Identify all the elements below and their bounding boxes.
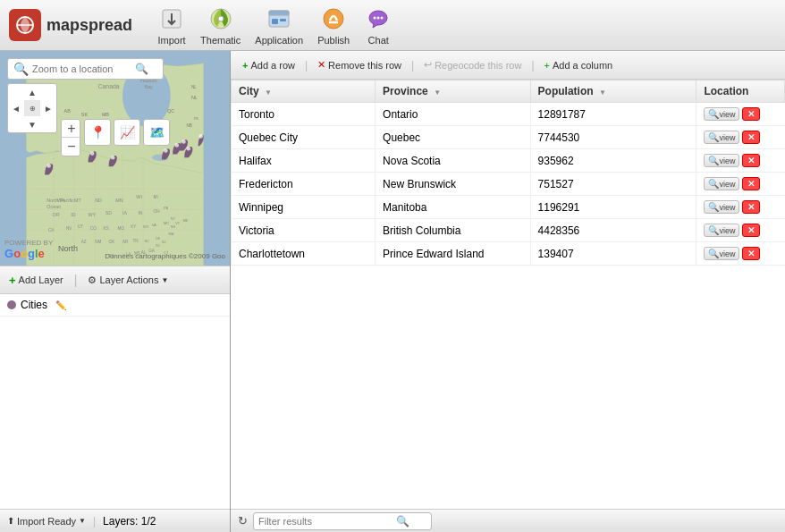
regeocode-button[interactable]: ↩ Regeocode this row [419, 57, 526, 72]
table-row[interactable]: CharlottetownPrince Edward Island139407🔍… [232, 242, 785, 266]
zoom-in-button[interactable]: + [62, 120, 81, 138]
zoom-search-bar[interactable]: 🔍 🔍 [7, 58, 164, 80]
google-g2: g [28, 247, 35, 260]
svg-text:NJ: NJ [162, 241, 166, 244]
table-row[interactable]: FrederictonNew Brunswick751527🔍view✕ [232, 173, 785, 196]
nav-down-button[interactable]: ▼ [24, 116, 40, 132]
svg-text:ME: ME [183, 219, 189, 223]
layers-list: Cities ✏️ [0, 294, 230, 509]
col-header-location: Location [696, 80, 785, 103]
layer-actions-label: Layer Actions [99, 274, 158, 285]
cell-location[interactable]: 🔍view✕ [696, 126, 785, 149]
cell-location[interactable]: 🔍view✕ [696, 149, 785, 173]
google-e: e [38, 247, 45, 260]
zoom-search-button[interactable]: 🔍 [135, 63, 148, 75]
thematic-button[interactable]: Thematic [200, 4, 241, 46]
svg-text:OR: OR [53, 212, 60, 217]
add-column-button[interactable]: + Add a column [540, 58, 618, 72]
table-row[interactable]: Quebec CityQuebec7744530🔍view✕ [232, 126, 785, 149]
svg-text:OH: OH [154, 209, 160, 214]
nav-recenter-button[interactable]: ⊕ [24, 100, 40, 116]
cell-location[interactable]: 🔍view✕ [696, 219, 785, 242]
nav-up-button[interactable]: ▲ [24, 84, 40, 100]
application-button[interactable]: Application [255, 4, 303, 46]
cell-location[interactable]: 🔍view✕ [696, 196, 785, 219]
col-header-population[interactable]: Population ▼ [530, 80, 696, 103]
delete-row-button[interactable]: ✕ [742, 154, 760, 167]
cell-location[interactable]: 🔍view✕ [696, 242, 785, 266]
cell-location[interactable]: 🔍view✕ [696, 103, 785, 126]
delete-row-button[interactable]: ✕ [742, 177, 760, 190]
add-layer-button[interactable]: + Add Layer [5, 272, 67, 289]
add-layer-label: Add Layer [19, 274, 63, 285]
svg-text:NC: NC [145, 240, 150, 243]
map-nav-pad: ▲ ◄ ⊕ ► ▼ [7, 83, 57, 133]
view-location-button[interactable]: 🔍view [704, 154, 739, 167]
layer-actions-button[interactable]: ⚙ Layer Actions ▼ [84, 273, 172, 288]
layer-edit-icon[interactable]: ✏️ [55, 300, 66, 310]
logo: mapspread [9, 9, 132, 41]
google-logo: G o o g l e [4, 247, 53, 260]
thematic-label: Thematic [200, 35, 241, 46]
col-header-province[interactable]: Province ▼ [376, 80, 530, 103]
delete-row-button[interactable]: ✕ [742, 131, 760, 144]
layer-item-cities[interactable]: Cities ✏️ [0, 294, 230, 317]
view-location-button[interactable]: 🔍view [704, 247, 739, 260]
cell-province: Prince Edward Island [376, 242, 530, 266]
filter-input[interactable] [258, 516, 392, 527]
svg-text:Ocean: Ocean [46, 204, 61, 209]
svg-text:MT: MT [74, 198, 81, 203]
data-table-container[interactable]: City ▼ Province ▼ Population ▼ [231, 80, 785, 509]
map-type-heat-button[interactable]: 🗺️ [143, 119, 170, 146]
publish-label: Publish [317, 35, 350, 46]
logo-text: mapspread [46, 16, 132, 35]
svg-text:NB: NB [187, 123, 192, 128]
svg-text:MO: MO [118, 226, 125, 231]
cell-location[interactable]: 🔍view✕ [696, 173, 785, 196]
map-type-chart-button[interactable]: 📈 [114, 119, 140, 146]
main-body: Canada Hudson Bay North Pacific Ocean BC… [0, 51, 785, 532]
delete-row-button[interactable]: ✕ [742, 247, 760, 260]
filter-input-container[interactable]: 🔍 [253, 512, 432, 530]
layer-toolbar: + Add Layer | ⚙ Layer Actions ▼ [0, 266, 230, 294]
import-button[interactable]: Import [157, 4, 186, 46]
view-location-button[interactable]: 🔍view [704, 200, 739, 214]
svg-point-90 [164, 148, 168, 153]
remove-row-button[interactable]: ✕ Remove this row [313, 57, 406, 72]
delete-row-button[interactable]: ✕ [742, 200, 760, 214]
chat-button[interactable]: Chat [364, 4, 392, 46]
map-container[interactable]: Canada Hudson Bay North Pacific Ocean BC… [0, 51, 230, 266]
svg-text:AZ: AZ [81, 240, 87, 244]
table-row[interactable]: HalifaxNova Scotia935962🔍view✕ [232, 149, 785, 173]
nav-right-button[interactable]: ► [40, 100, 56, 116]
delete-row-button[interactable]: ✕ [742, 107, 760, 121]
nav-left-button[interactable]: ◄ [8, 100, 24, 116]
cell-city: Quebec City [232, 126, 376, 149]
filter-search-icon: 🔍 [396, 515, 409, 528]
col-header-city[interactable]: City ▼ [232, 80, 376, 103]
table-row[interactable]: TorontoOntario12891787🔍view✕ [232, 103, 785, 126]
zoom-out-button[interactable]: − [62, 138, 81, 156]
import-ready-button[interactable]: ⬆ Import Ready ▼ [7, 516, 86, 527]
view-location-button[interactable]: 🔍view [704, 131, 739, 144]
svg-point-88 [90, 151, 95, 156]
table-toolbar: + Add a row | ✕ Remove this row | ↩ Rege… [231, 51, 785, 80]
view-location-button[interactable]: 🔍view [704, 177, 739, 190]
publish-button[interactable]: Publish [317, 4, 350, 46]
add-row-button[interactable]: + Add a row [238, 58, 300, 72]
table-row[interactable]: WinnipegManitoba1196291🔍view✕ [232, 196, 785, 219]
svg-text:OK: OK [109, 240, 116, 244]
cell-city: Fredericton [232, 173, 376, 196]
svg-text:VT: VT [175, 222, 181, 225]
map-type-normal-button[interactable]: 📍 [84, 119, 111, 146]
table-row[interactable]: VictoriaBritish Columbia4428356🔍view✕ [232, 219, 785, 242]
bottom-filter-bar: ↻ 🔍 [231, 509, 785, 532]
google-o1: o [13, 247, 21, 260]
zoom-search-input[interactable] [32, 63, 135, 74]
delete-row-button[interactable]: ✕ [742, 224, 760, 237]
map-type-controls: 📍 📈 🗺️ [84, 119, 170, 146]
filter-refresh-button[interactable]: ↻ [238, 514, 248, 528]
view-location-button[interactable]: 🔍view [704, 107, 739, 121]
view-location-button[interactable]: 🔍view [704, 224, 739, 237]
col-location-label: Location [704, 85, 748, 97]
